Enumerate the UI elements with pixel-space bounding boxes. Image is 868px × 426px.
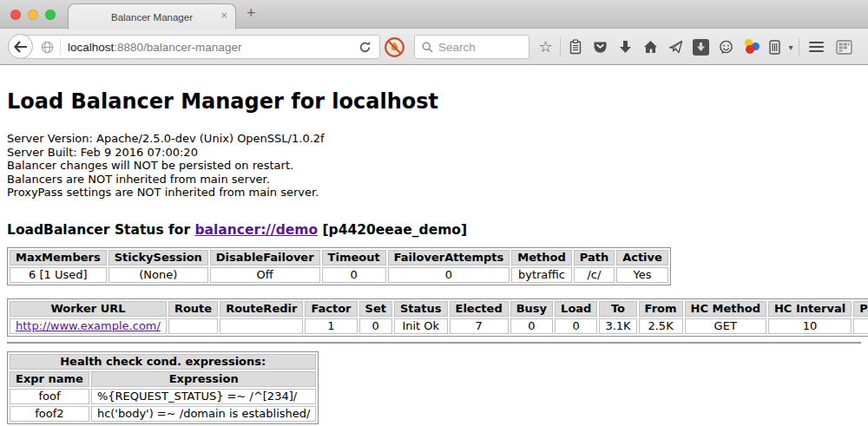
worker-cell: 0 <box>510 318 553 334</box>
close-window-button[interactable] <box>10 10 21 20</box>
reload-button[interactable] <box>358 41 372 54</box>
url-separator <box>60 39 61 55</box>
balancer-col-header: MaxMembers <box>10 250 107 265</box>
server-info-line: ProxyPass settings are NOT inherited fro… <box>7 186 861 200</box>
container-icon <box>769 40 780 55</box>
tab-close-icon[interactable]: × <box>220 10 227 21</box>
status-heading-suffix: [p4420eeae_demo] <box>318 222 467 238</box>
toolbar-buttons: ☆ <box>533 34 857 60</box>
worker-cell: GET <box>685 318 766 334</box>
health-check-table: Health check cond. expressions: Expr nam… <box>7 351 319 424</box>
tab-balancer-manager[interactable]: Balancer Manager × <box>68 3 236 29</box>
balancer-col-header: Active <box>616 250 668 265</box>
balancer-col-header: FailoverAttempts <box>388 250 510 265</box>
search-input[interactable] <box>438 41 518 54</box>
traffic-lights <box>10 10 56 20</box>
bookmark-star-button[interactable]: ☆ <box>533 34 558 60</box>
worker-col-header: Set <box>359 301 392 317</box>
balancer-cell: 0 <box>388 267 510 283</box>
url-path: :8880/balancer-manager <box>114 41 241 54</box>
globe-icon <box>41 41 54 54</box>
grid-page-icon <box>836 40 852 55</box>
menu-icon <box>809 42 824 53</box>
balancer-cell: 0 <box>322 267 386 283</box>
tab-title: Balancer Manager <box>111 12 193 23</box>
feedback-smiley-button[interactable] <box>713 34 739 60</box>
server-info: Server Version: Apache/2.5.0-dev (Unix) … <box>7 132 861 200</box>
health-header-row: Expr nameExpression <box>10 371 316 387</box>
worker-col-header: Status <box>394 301 448 317</box>
toolbar-separator <box>560 37 561 56</box>
send-tab-button[interactable] <box>663 34 688 60</box>
server-info-line: Balancer changes will NOT be persisted o… <box>7 159 861 173</box>
caret-down-icon[interactable]: ▾ <box>785 43 797 52</box>
pocket-button[interactable] <box>588 34 613 60</box>
worker-cell <box>220 318 303 334</box>
worker-col-header: Elected <box>450 301 509 317</box>
worker-cell: 1 (0) <box>853 318 868 334</box>
tile-page-button[interactable] <box>831 34 857 60</box>
page-title: Load Balancer Manager for localhost <box>7 89 861 114</box>
balancer-col-header: Path <box>574 250 615 265</box>
balancer-cell: (None) <box>108 267 208 283</box>
reading-list-button[interactable] <box>562 34 588 60</box>
expr-name-cell: foof <box>10 389 89 404</box>
video-download-button[interactable] <box>688 34 713 60</box>
worker-col-header: Busy <box>510 301 553 317</box>
worker-cell: 0 <box>555 318 597 334</box>
server-info-line: Server Built: Feb 9 2016 07:00:20 <box>7 146 861 160</box>
toolbar-separator <box>799 37 799 56</box>
balancer-col-header: Method <box>511 250 571 265</box>
minimize-window-button[interactable] <box>28 10 38 20</box>
balancer-cell: Off <box>210 267 320 283</box>
navigation-toolbar: localhost:8880/balancer-manager ☆ <box>0 29 868 65</box>
worker-col-header: RouteRedir <box>220 301 303 317</box>
back-button[interactable] <box>8 34 33 59</box>
balancer-cell: Yes <box>616 267 668 283</box>
colored-dots-icon <box>742 38 760 56</box>
smiley-icon <box>719 40 733 55</box>
balancer-col-header: StickySession <box>108 250 208 265</box>
worker-col-header: To <box>599 301 636 317</box>
titlebar: Balancer Manager × + <box>0 0 868 29</box>
extension-dots-button[interactable] <box>739 34 764 60</box>
worker-col-header: HC Interval <box>768 301 852 317</box>
balancer-col-header: Timeout <box>322 250 386 265</box>
zoom-window-button[interactable] <box>45 10 56 20</box>
server-info-line: Server Version: Apache/2.5.0-dev (Unix) … <box>7 132 861 146</box>
server-info-line: Balancers are NOT inherited from main se… <box>7 173 861 187</box>
menu-button[interactable] <box>801 34 831 60</box>
flashblock-icon <box>384 36 405 58</box>
expression-cell: hc('body') =~ /domain is established/ <box>91 406 317 422</box>
search-icon <box>422 42 433 53</box>
worker-cell: Init Ok <box>394 318 448 334</box>
home-button[interactable] <box>638 34 663 60</box>
balancer-demo-link[interactable]: balancer://demo <box>194 222 318 238</box>
flashblock-button[interactable] <box>384 36 405 58</box>
new-tab-button[interactable]: + <box>247 4 256 23</box>
worker-col-header: Passes <box>853 301 868 317</box>
worker-col-header: Factor <box>305 301 357 317</box>
health-col-header: Expr name <box>10 371 89 387</box>
worker-cell: 10 <box>768 318 852 334</box>
browser-window: Balancer Manager × + localhost:8880/bala… <box>0 0 868 426</box>
worker-url-link[interactable]: http://www.example.com/ <box>16 319 161 332</box>
balancer-cell: bytraffic <box>511 267 571 283</box>
worker-col-header: HC Method <box>685 301 766 317</box>
home-icon <box>643 40 658 54</box>
worker-data-row: http://www.example.com/10Init Ok7003.1K2… <box>10 318 868 334</box>
balancer-cell: 6 [1 Used] <box>10 267 107 283</box>
downloads-button[interactable] <box>613 34 638 60</box>
worker-cell: 0 <box>359 318 392 334</box>
clipboard-icon <box>569 39 582 55</box>
balancer-header-row: MaxMembersStickySessionDisableFailoverTi… <box>10 250 668 265</box>
url-domain: localhost <box>68 41 114 54</box>
download-icon <box>619 40 632 54</box>
send-plane-icon <box>668 40 683 54</box>
container-button[interactable] <box>764 34 785 60</box>
url-bar[interactable]: localhost:8880/balancer-manager <box>21 35 380 59</box>
worker-cell: 1 <box>305 318 357 334</box>
worker-cell: 2.5K <box>639 318 683 334</box>
worker-url-cell: http://www.example.com/ <box>10 318 167 334</box>
worker-cell: 3.1K <box>599 318 636 334</box>
